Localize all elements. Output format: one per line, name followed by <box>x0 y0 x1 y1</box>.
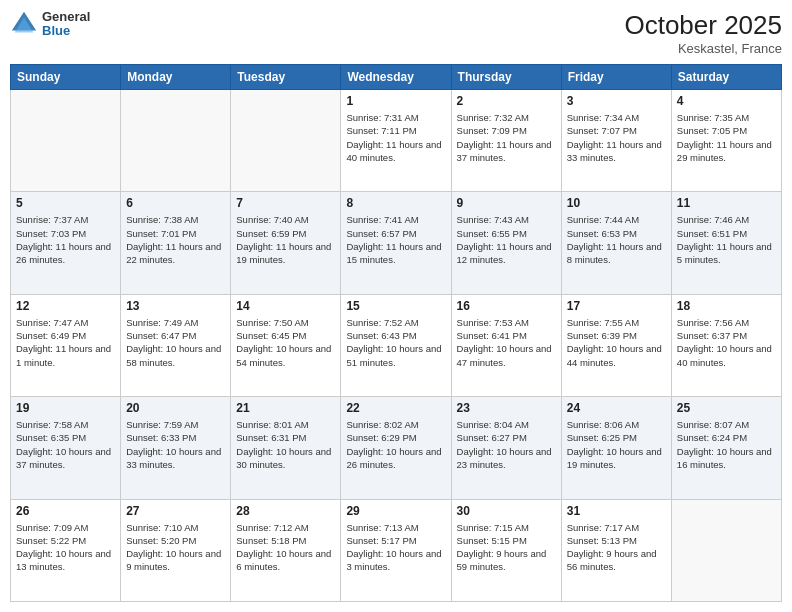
week-row-4: 19Sunrise: 7:58 AM Sunset: 6:35 PM Dayli… <box>11 397 782 499</box>
day-number: 3 <box>567 94 666 108</box>
day-info: Sunrise: 8:01 AM Sunset: 6:31 PM Dayligh… <box>236 418 335 471</box>
day-cell: 13Sunrise: 7:49 AM Sunset: 6:47 PM Dayli… <box>121 294 231 396</box>
week-row-1: 1Sunrise: 7:31 AM Sunset: 7:11 PM Daylig… <box>11 90 782 192</box>
day-cell: 18Sunrise: 7:56 AM Sunset: 6:37 PM Dayli… <box>671 294 781 396</box>
day-number: 2 <box>457 94 556 108</box>
day-cell: 11Sunrise: 7:46 AM Sunset: 6:51 PM Dayli… <box>671 192 781 294</box>
day-number: 16 <box>457 299 556 313</box>
day-cell: 9Sunrise: 7:43 AM Sunset: 6:55 PM Daylig… <box>451 192 561 294</box>
day-info: Sunrise: 7:47 AM Sunset: 6:49 PM Dayligh… <box>16 316 115 369</box>
day-cell: 7Sunrise: 7:40 AM Sunset: 6:59 PM Daylig… <box>231 192 341 294</box>
day-info: Sunrise: 7:13 AM Sunset: 5:17 PM Dayligh… <box>346 521 445 574</box>
day-number: 12 <box>16 299 115 313</box>
day-number: 14 <box>236 299 335 313</box>
day-info: Sunrise: 7:46 AM Sunset: 6:51 PM Dayligh… <box>677 213 776 266</box>
logo-text: General Blue <box>42 10 90 39</box>
title-block: October 2025 Keskastel, France <box>624 10 782 56</box>
day-info: Sunrise: 7:44 AM Sunset: 6:53 PM Dayligh… <box>567 213 666 266</box>
col-tuesday: Tuesday <box>231 65 341 90</box>
day-number: 29 <box>346 504 445 518</box>
day-info: Sunrise: 7:09 AM Sunset: 5:22 PM Dayligh… <box>16 521 115 574</box>
day-number: 4 <box>677 94 776 108</box>
day-number: 6 <box>126 196 225 210</box>
day-info: Sunrise: 7:17 AM Sunset: 5:13 PM Dayligh… <box>567 521 666 574</box>
day-info: Sunrise: 8:06 AM Sunset: 6:25 PM Dayligh… <box>567 418 666 471</box>
day-cell: 6Sunrise: 7:38 AM Sunset: 7:01 PM Daylig… <box>121 192 231 294</box>
day-number: 24 <box>567 401 666 415</box>
col-friday: Friday <box>561 65 671 90</box>
day-cell: 25Sunrise: 8:07 AM Sunset: 6:24 PM Dayli… <box>671 397 781 499</box>
day-cell: 14Sunrise: 7:50 AM Sunset: 6:45 PM Dayli… <box>231 294 341 396</box>
day-cell: 28Sunrise: 7:12 AM Sunset: 5:18 PM Dayli… <box>231 499 341 601</box>
day-info: Sunrise: 7:43 AM Sunset: 6:55 PM Dayligh… <box>457 213 556 266</box>
day-cell: 19Sunrise: 7:58 AM Sunset: 6:35 PM Dayli… <box>11 397 121 499</box>
day-number: 30 <box>457 504 556 518</box>
day-info: Sunrise: 7:50 AM Sunset: 6:45 PM Dayligh… <box>236 316 335 369</box>
day-number: 8 <box>346 196 445 210</box>
day-cell <box>231 90 341 192</box>
header: General Blue October 2025 Keskastel, Fra… <box>10 10 782 56</box>
day-cell: 12Sunrise: 7:47 AM Sunset: 6:49 PM Dayli… <box>11 294 121 396</box>
day-info: Sunrise: 7:32 AM Sunset: 7:09 PM Dayligh… <box>457 111 556 164</box>
day-cell: 22Sunrise: 8:02 AM Sunset: 6:29 PM Dayli… <box>341 397 451 499</box>
col-saturday: Saturday <box>671 65 781 90</box>
day-number: 22 <box>346 401 445 415</box>
day-info: Sunrise: 7:34 AM Sunset: 7:07 PM Dayligh… <box>567 111 666 164</box>
week-row-5: 26Sunrise: 7:09 AM Sunset: 5:22 PM Dayli… <box>11 499 782 601</box>
day-number: 25 <box>677 401 776 415</box>
day-number: 21 <box>236 401 335 415</box>
day-info: Sunrise: 7:58 AM Sunset: 6:35 PM Dayligh… <box>16 418 115 471</box>
day-info: Sunrise: 8:07 AM Sunset: 6:24 PM Dayligh… <box>677 418 776 471</box>
day-info: Sunrise: 7:37 AM Sunset: 7:03 PM Dayligh… <box>16 213 115 266</box>
col-sunday: Sunday <box>11 65 121 90</box>
day-number: 19 <box>16 401 115 415</box>
day-cell: 27Sunrise: 7:10 AM Sunset: 5:20 PM Dayli… <box>121 499 231 601</box>
day-cell: 16Sunrise: 7:53 AM Sunset: 6:41 PM Dayli… <box>451 294 561 396</box>
day-cell <box>11 90 121 192</box>
month-title: October 2025 <box>624 10 782 41</box>
day-info: Sunrise: 7:38 AM Sunset: 7:01 PM Dayligh… <box>126 213 225 266</box>
day-info: Sunrise: 7:10 AM Sunset: 5:20 PM Dayligh… <box>126 521 225 574</box>
week-row-3: 12Sunrise: 7:47 AM Sunset: 6:49 PM Dayli… <box>11 294 782 396</box>
day-info: Sunrise: 7:55 AM Sunset: 6:39 PM Dayligh… <box>567 316 666 369</box>
day-info: Sunrise: 7:15 AM Sunset: 5:15 PM Dayligh… <box>457 521 556 574</box>
logo: General Blue <box>10 10 90 39</box>
day-cell: 30Sunrise: 7:15 AM Sunset: 5:15 PM Dayli… <box>451 499 561 601</box>
day-info: Sunrise: 7:49 AM Sunset: 6:47 PM Dayligh… <box>126 316 225 369</box>
day-number: 23 <box>457 401 556 415</box>
col-monday: Monday <box>121 65 231 90</box>
day-cell: 17Sunrise: 7:55 AM Sunset: 6:39 PM Dayli… <box>561 294 671 396</box>
day-cell: 15Sunrise: 7:52 AM Sunset: 6:43 PM Dayli… <box>341 294 451 396</box>
day-cell: 2Sunrise: 7:32 AM Sunset: 7:09 PM Daylig… <box>451 90 561 192</box>
day-number: 17 <box>567 299 666 313</box>
day-cell: 10Sunrise: 7:44 AM Sunset: 6:53 PM Dayli… <box>561 192 671 294</box>
day-number: 18 <box>677 299 776 313</box>
col-wednesday: Wednesday <box>341 65 451 90</box>
day-info: Sunrise: 7:41 AM Sunset: 6:57 PM Dayligh… <box>346 213 445 266</box>
day-info: Sunrise: 7:52 AM Sunset: 6:43 PM Dayligh… <box>346 316 445 369</box>
day-number: 20 <box>126 401 225 415</box>
day-info: Sunrise: 7:40 AM Sunset: 6:59 PM Dayligh… <box>236 213 335 266</box>
day-number: 7 <box>236 196 335 210</box>
day-number: 5 <box>16 196 115 210</box>
day-cell: 26Sunrise: 7:09 AM Sunset: 5:22 PM Dayli… <box>11 499 121 601</box>
day-number: 13 <box>126 299 225 313</box>
day-number: 31 <box>567 504 666 518</box>
day-info: Sunrise: 7:53 AM Sunset: 6:41 PM Dayligh… <box>457 316 556 369</box>
day-cell: 20Sunrise: 7:59 AM Sunset: 6:33 PM Dayli… <box>121 397 231 499</box>
day-cell: 21Sunrise: 8:01 AM Sunset: 6:31 PM Dayli… <box>231 397 341 499</box>
day-cell: 3Sunrise: 7:34 AM Sunset: 7:07 PM Daylig… <box>561 90 671 192</box>
header-row: Sunday Monday Tuesday Wednesday Thursday… <box>11 65 782 90</box>
location: Keskastel, France <box>624 41 782 56</box>
day-info: Sunrise: 7:59 AM Sunset: 6:33 PM Dayligh… <box>126 418 225 471</box>
day-cell <box>671 499 781 601</box>
day-number: 1 <box>346 94 445 108</box>
day-cell: 5Sunrise: 7:37 AM Sunset: 7:03 PM Daylig… <box>11 192 121 294</box>
day-cell: 29Sunrise: 7:13 AM Sunset: 5:17 PM Dayli… <box>341 499 451 601</box>
page: General Blue October 2025 Keskastel, Fra… <box>0 0 792 612</box>
day-number: 9 <box>457 196 556 210</box>
day-cell: 1Sunrise: 7:31 AM Sunset: 7:11 PM Daylig… <box>341 90 451 192</box>
day-info: Sunrise: 7:12 AM Sunset: 5:18 PM Dayligh… <box>236 521 335 574</box>
day-cell: 24Sunrise: 8:06 AM Sunset: 6:25 PM Dayli… <box>561 397 671 499</box>
day-cell <box>121 90 231 192</box>
